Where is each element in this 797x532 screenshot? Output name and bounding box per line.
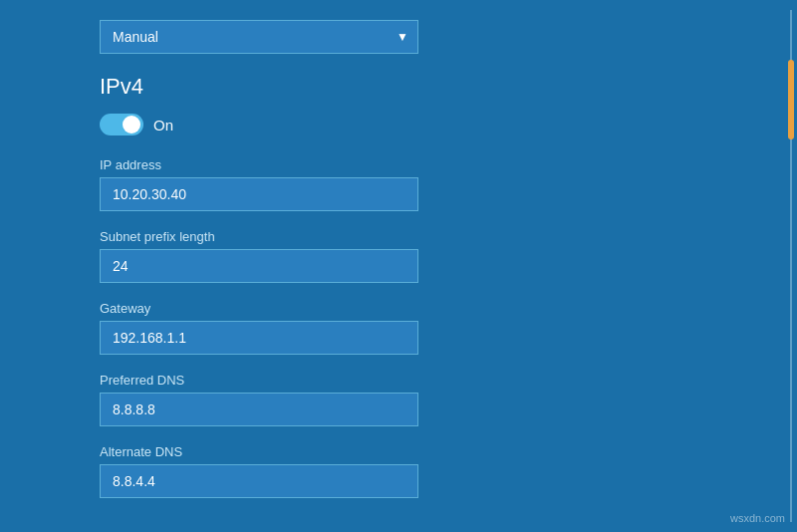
preferred-dns-input[interactable] [100, 393, 418, 426]
preferred-dns-group: Preferred DNS [100, 373, 648, 426]
scrollbar-track [785, 0, 797, 532]
dropdown-container: Manual Automatic (DHCP) Disabled ▼ [100, 20, 648, 54]
ip-address-group: IP address [100, 157, 648, 211]
alternate-dns-input[interactable] [100, 464, 418, 498]
ip-address-input[interactable] [100, 177, 418, 211]
alternate-dns-group: Alternate DNS [100, 444, 648, 498]
alternate-dns-label: Alternate DNS [100, 444, 648, 459]
scrollbar-thumb[interactable] [788, 60, 794, 139]
section-title: IPv4 [100, 74, 648, 100]
subnet-prefix-label: Subnet prefix length [100, 229, 648, 244]
gateway-input[interactable] [100, 321, 418, 355]
ip-address-label: IP address [100, 157, 648, 172]
toggle-row: On [100, 114, 648, 135]
subnet-prefix-input[interactable] [100, 249, 418, 283]
dropdown-wrapper[interactable]: Manual Automatic (DHCP) Disabled ▼ [100, 20, 418, 54]
subnet-prefix-group: Subnet prefix length [100, 229, 648, 283]
toggle-knob [123, 116, 140, 133]
gateway-label: Gateway [100, 301, 648, 316]
ip-config-dropdown[interactable]: Manual Automatic (DHCP) Disabled [100, 20, 418, 54]
preferred-dns-label: Preferred DNS [100, 373, 648, 388]
main-container: Manual Automatic (DHCP) Disabled ▼ IPv4 … [0, 0, 677, 532]
watermark: wsxdn.com [730, 512, 785, 524]
gateway-group: Gateway [100, 301, 648, 355]
toggle-label: On [153, 117, 173, 133]
ipv4-toggle[interactable] [100, 114, 143, 135]
